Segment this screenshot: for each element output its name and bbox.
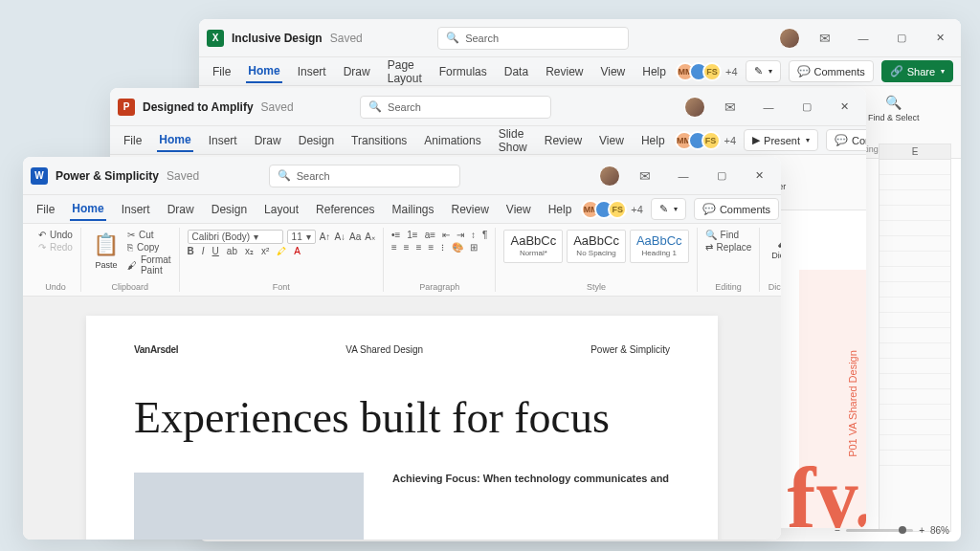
excel-titlebar: X Inclusive Design Saved 🔍Search ✉ ― ▢ ✕ xyxy=(199,19,961,57)
menu-file[interactable]: File xyxy=(122,130,144,151)
ppt-search[interactable]: 🔍Search xyxy=(360,96,551,119)
presence-stack[interactable]: MM FS +4 xyxy=(587,200,643,219)
user-avatar[interactable] xyxy=(684,97,705,118)
menu-transitions[interactable]: Transitions xyxy=(349,130,409,151)
menu-mailings[interactable]: Mailings xyxy=(390,199,435,220)
menu-data[interactable]: Data xyxy=(502,61,530,82)
presence-stack[interactable]: MM FS +4 xyxy=(680,131,737,150)
word-search[interactable]: 🔍Search xyxy=(269,165,460,187)
change-case-button[interactable]: Aa xyxy=(349,231,361,242)
presence-stack[interactable]: MM FS +4 xyxy=(681,62,738,81)
redo-button[interactable]: ↷ Redo xyxy=(38,242,73,253)
menu-references[interactable]: References xyxy=(314,199,376,220)
increase-indent-button[interactable]: ⇥ xyxy=(457,230,464,240)
menu-view[interactable]: View xyxy=(504,199,533,220)
close-button[interactable]: ✕ xyxy=(926,25,953,52)
cut-button[interactable]: ✂ Cut xyxy=(127,230,171,240)
comments-button[interactable]: 💬 Comments xyxy=(694,198,779,220)
style-normal[interactable]: AaBbCcNormal* xyxy=(503,230,563,263)
minimize-button[interactable]: ― xyxy=(755,94,782,121)
mode-dropdown[interactable]: ✎ xyxy=(746,60,781,82)
highlight-button[interactable]: 🖍 xyxy=(277,246,286,256)
menu-help[interactable]: Help xyxy=(639,130,667,151)
menu-file[interactable]: File xyxy=(211,61,233,82)
find-select-button[interactable]: 🔍Find & Select xyxy=(864,92,924,124)
format-painter-button[interactable]: 🖌 Format Paint xyxy=(127,254,171,276)
comments-button[interactable]: 💬 Comments xyxy=(789,60,874,82)
bold-button[interactable]: B xyxy=(188,246,194,256)
doc-body-text: Achieving Focus: When technology communi… xyxy=(392,473,670,540)
paste-button[interactable]: 📋Paste xyxy=(89,230,123,272)
doc-brand: VanArsdel xyxy=(134,344,178,355)
menu-draw[interactable]: Draw xyxy=(166,199,196,220)
copy-button[interactable]: ⎘ Copy xyxy=(127,242,171,253)
menu-view[interactable]: View xyxy=(598,61,627,82)
maximize-button[interactable]: ▢ xyxy=(793,94,820,121)
underline-button[interactable]: U xyxy=(212,246,219,256)
menu-slideshow[interactable]: Slide Show xyxy=(497,123,529,158)
find-button[interactable]: 🔍 Find xyxy=(705,230,739,240)
ppt-save-status: Saved xyxy=(261,100,294,114)
menu-layout[interactable]: Layout xyxy=(262,199,301,220)
align-left-button[interactable]: ≡ xyxy=(391,242,397,253)
clear-format-button[interactable]: Aₓ xyxy=(365,231,375,242)
excel-search[interactable]: 🔍Search xyxy=(437,27,629,50)
menu-file[interactable]: File xyxy=(34,199,56,220)
menu-animations[interactable]: Animations xyxy=(422,130,482,151)
search-icon: 🔍 xyxy=(368,100,382,113)
user-avatar[interactable] xyxy=(599,165,620,187)
maximize-button[interactable]: ▢ xyxy=(708,163,735,189)
menu-insert[interactable]: Insert xyxy=(120,199,152,220)
column-header-e[interactable]: E xyxy=(880,144,950,160)
minimize-button[interactable]: ― xyxy=(850,25,877,52)
menu-insert[interactable]: Insert xyxy=(296,61,328,82)
style-nospacing[interactable]: AaBbCcNo Spacing xyxy=(567,230,626,263)
present-button[interactable]: ▶ Present xyxy=(744,129,818,151)
close-button[interactable]: ✕ xyxy=(832,94,858,121)
comments-button[interactable]: 💬 Comments xyxy=(826,129,866,151)
strike-button[interactable]: ab xyxy=(227,246,237,256)
italic-button[interactable]: I xyxy=(202,246,205,256)
minimize-button[interactable]: ― xyxy=(670,163,697,189)
size-select[interactable]: 11 ▾ xyxy=(287,230,316,244)
menu-design[interactable]: Design xyxy=(210,199,249,220)
menu-formulas[interactable]: Formulas xyxy=(437,61,489,82)
word-save-status: Saved xyxy=(167,169,199,183)
font-select[interactable]: Calibri (Body) ▾ xyxy=(188,230,283,244)
grow-font-button[interactable]: A↑ xyxy=(320,231,331,242)
replace-button[interactable]: ⇄ Replace xyxy=(705,242,752,253)
menu-draw[interactable]: Draw xyxy=(253,130,283,151)
menu-pagelayout[interactable]: Page Layout xyxy=(386,55,424,89)
megaphone-icon[interactable]: ✉ xyxy=(717,94,744,121)
megaphone-icon[interactable]: ✉ xyxy=(632,163,658,189)
megaphone-icon[interactable]: ✉ xyxy=(812,25,838,52)
shrink-font-button[interactable]: A↓ xyxy=(334,231,345,242)
menu-home[interactable]: Home xyxy=(246,60,281,83)
menu-home[interactable]: Home xyxy=(70,198,105,221)
dictate-button[interactable]: 🎤Dictate xyxy=(768,230,781,262)
menu-draw[interactable]: Draw xyxy=(342,61,372,82)
maximize-button[interactable]: ▢ xyxy=(888,25,915,52)
menu-review[interactable]: Review xyxy=(543,130,584,151)
excel-sheet[interactable]: E xyxy=(879,143,951,532)
style-heading1[interactable]: AaBbCcHeading 1 xyxy=(630,230,689,263)
menu-review[interactable]: Review xyxy=(450,199,491,220)
menu-review[interactable]: Review xyxy=(544,61,585,82)
font-color-button[interactable]: A xyxy=(294,246,301,256)
bullets-button[interactable]: •≡ xyxy=(391,230,400,240)
menu-home[interactable]: Home xyxy=(157,129,192,152)
document-canvas[interactable]: VanArsdel VA Shared Design Power & Simpl… xyxy=(23,297,781,540)
powerpoint-app-icon: P xyxy=(118,99,135,116)
mode-dropdown[interactable]: ✎ xyxy=(651,198,686,220)
menu-help[interactable]: Help xyxy=(546,199,574,220)
user-avatar[interactable] xyxy=(779,28,800,49)
decrease-indent-button[interactable]: ⇤ xyxy=(442,230,450,240)
menu-insert[interactable]: Insert xyxy=(207,130,239,151)
numbering-button[interactable]: 1≡ xyxy=(407,230,417,240)
menu-view[interactable]: View xyxy=(597,130,626,151)
menu-design[interactable]: Design xyxy=(297,130,336,151)
undo-button[interactable]: ↶ Undo xyxy=(38,230,73,240)
close-button[interactable]: ✕ xyxy=(746,163,773,189)
menu-help[interactable]: Help xyxy=(640,61,668,82)
share-button[interactable]: 🔗 Share xyxy=(881,60,953,82)
